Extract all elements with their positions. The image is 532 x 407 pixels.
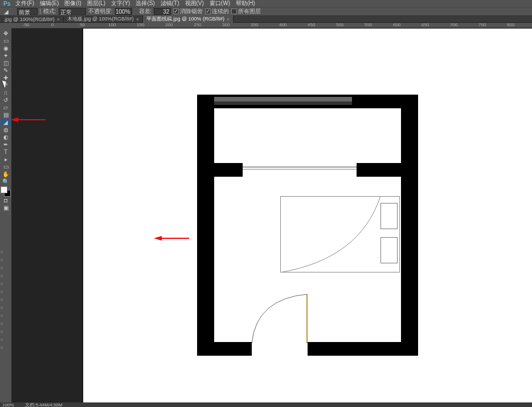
gradient-tool[interactable]: ▤ (1, 111, 11, 119)
menu-edit[interactable]: 编辑(E) (37, 0, 62, 7)
close-icon[interactable]: × (227, 17, 230, 22)
wand-tool[interactable]: ✦ (1, 52, 11, 59)
document-tab-3[interactable]: 平面图线稿.jpg @ 100% (RGB/8#)× (143, 15, 234, 23)
stamp-tool[interactable]: ⎍ (1, 89, 11, 96)
annotation-arrow-tool (10, 117, 18, 122)
close-icon[interactable]: × (57, 17, 60, 22)
type-tool[interactable]: T (1, 148, 11, 156)
opacity-label: 不透明度: (88, 7, 113, 15)
menu-window[interactable]: 窗口(W) (207, 0, 233, 7)
menu-type[interactable]: 文字(Y) (108, 0, 133, 7)
options-bar: ◢ 前景 模式: 正常 不透明度: 100% 容差: 32 ✓消除锯齿 ✓连续的… (0, 7, 532, 16)
menu-select[interactable]: 选择(S) (133, 0, 157, 7)
tolerance-label: 容差: (139, 7, 152, 15)
eyedropper-tool[interactable]: ✎ (1, 67, 11, 74)
panel-tabs-collapsed[interactable] (1, 251, 3, 349)
document-tab-2[interactable]: 木地板.jpg @ 100%(RGB/8#)× (64, 15, 143, 23)
canvas-background (11, 29, 83, 407)
toolbox: ✥ ▭ ◉ ✦ ◫ ✎ ✚ ✐ ⎍ ↺ ▱ ▤ ◢ ◍ ◐ ✒ T ▸ ▭ ✋ … (0, 29, 11, 211)
screenmode-tool[interactable]: ▣ (1, 204, 11, 211)
zoom-tool[interactable]: 🔍 (1, 178, 11, 185)
paint-bucket-tool[interactable]: ◢ (1, 119, 11, 126)
blur-tool[interactable]: ◍ (1, 126, 11, 133)
rectangle-tool[interactable]: ▭ (1, 163, 11, 170)
zoom-level[interactable]: 100% (2, 402, 14, 408)
hand-tool[interactable]: ✋ (1, 170, 11, 178)
status-bar: 100% 文档:5.44M/4.50M (0, 402, 532, 407)
eraser-tool[interactable]: ▱ (1, 104, 11, 111)
menu-layer[interactable]: 图层(L) (84, 0, 108, 7)
floorplan-drawing (197, 95, 418, 356)
pen-tool[interactable]: ✒ (1, 141, 11, 148)
contiguous-checkbox[interactable]: ✓连续的 (205, 7, 229, 15)
mode-label: 模式: (43, 7, 56, 15)
app-logo: Ps (1, 1, 13, 7)
antialias-checkbox[interactable]: ✓消除锯齿 (173, 7, 203, 15)
color-swatches[interactable] (1, 186, 11, 197)
menu-filter[interactable]: 滤镜(T) (158, 0, 182, 7)
quickmask-tool[interactable]: ◘ (1, 197, 11, 204)
move-tool[interactable]: ✥ (1, 30, 11, 37)
tolerance-input[interactable]: 32 (154, 8, 171, 15)
menu-view[interactable]: 视图(V) (182, 0, 207, 7)
alllayers-checkbox[interactable]: 所有图层 (231, 7, 261, 15)
paint-bucket-icon: ◢ (2, 9, 10, 15)
menu-file[interactable]: 文件(F) (13, 0, 37, 7)
annotation-arrow-canvas (154, 236, 162, 241)
fill-source-select[interactable]: 前景 (17, 8, 38, 15)
ruler-horizontal[interactable]: -100-50050100150200250300350400450500550… (11, 23, 532, 29)
dodge-tool[interactable]: ◐ (1, 133, 11, 141)
opacity-input[interactable]: 100% (115, 8, 132, 15)
menu-bar: Ps 文件(F) 编辑(E) 图像(I) 图层(L) 文字(Y) 选择(S) 滤… (0, 0, 532, 7)
document-size: 文档:5.44M/4.50M (25, 402, 62, 408)
menu-image[interactable]: 图像(I) (62, 0, 84, 7)
marquee-tool[interactable]: ▭ (1, 37, 11, 44)
mode-select[interactable]: 正常 (59, 8, 86, 15)
path-select-tool[interactable]: ▸ (1, 156, 11, 163)
canvas-document[interactable] (83, 29, 532, 407)
menu-help[interactable]: 帮助(H) (233, 0, 258, 7)
crop-tool[interactable]: ◫ (1, 59, 11, 67)
foreground-swatch[interactable] (1, 186, 7, 193)
document-tab-1[interactable]: .jpg @ 100%(RGB/8#)× (0, 17, 64, 22)
history-brush-tool[interactable]: ↺ (1, 96, 11, 104)
document-tab-bar: .jpg @ 100%(RGB/8#)× 木地板.jpg @ 100%(RGB/… (0, 16, 532, 23)
close-icon[interactable]: × (136, 17, 139, 22)
lasso-tool[interactable]: ◉ (1, 44, 11, 52)
